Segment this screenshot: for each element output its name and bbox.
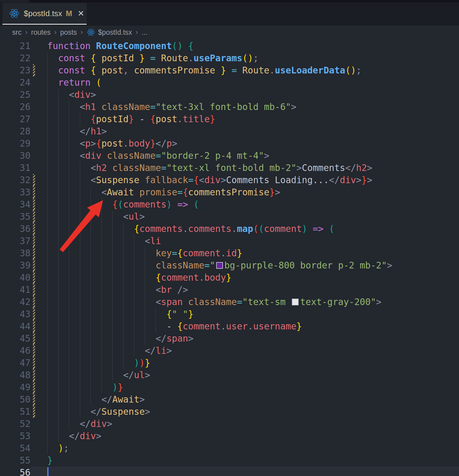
line-number[interactable]: 54 [0, 442, 30, 454]
gutter [30, 76, 47, 89]
code-token: = [150, 53, 156, 63]
code-token: h1 [91, 126, 102, 137]
gutter [30, 89, 47, 101]
indent-guide [58, 150, 59, 162]
code-token: < [91, 163, 96, 173]
code-content: key={comment.id} [47, 247, 459, 259]
line-number[interactable]: 47 [0, 357, 30, 369]
code-token [96, 102, 102, 112]
indent-guide [102, 211, 102, 223]
line-number[interactable]: 33 [0, 186, 30, 198]
code-token: ) [167, 199, 172, 210]
line-number[interactable]: 50 [0, 393, 30, 406]
line-number[interactable]: 42 [0, 296, 30, 308]
line-number[interactable]: 41 [0, 284, 30, 296]
line-number[interactable]: 26 [0, 101, 30, 113]
indent-guide [80, 332, 80, 345]
code-token: } [47, 455, 53, 466]
line-number[interactable]: 38 [0, 247, 30, 259]
line-number[interactable]: 21 [0, 40, 30, 52]
breadcrumb-item-src[interactable]: src [12, 28, 22, 37]
code-token: ( [96, 77, 102, 88]
line-number[interactable]: 51 [0, 406, 30, 418]
modified-gutter-marker [33, 64, 35, 76]
indent-guide [47, 357, 48, 369]
indent-guide [58, 320, 59, 332]
code-token: return [58, 77, 91, 88]
line-number[interactable]: 49 [0, 381, 30, 393]
line-number[interactable]: 35 [0, 211, 30, 223]
line-number[interactable]: 22 [0, 52, 30, 64]
code-content: {postId} - {post.title} [47, 113, 459, 125]
close-icon[interactable]: ✕ [78, 9, 84, 18]
code-token: { [91, 53, 96, 63]
code-line: 52</div> [0, 418, 459, 430]
indent-guide [47, 418, 48, 430]
line-number[interactable]: 23 [0, 64, 30, 76]
modified-gutter-marker [33, 357, 35, 369]
tab-postid-tsx[interactable]: $postId.tsx M ✕ [2, 3, 87, 25]
code-content: </span> [47, 332, 459, 345]
indent-guide [47, 162, 48, 174]
line-number[interactable]: 43 [0, 308, 30, 320]
indent-guide [134, 259, 134, 272]
indent-guide [91, 308, 91, 320]
editor[interactable]: 21function RouteComponent() {22const { p… [0, 40, 459, 476]
code-token: < [80, 138, 85, 149]
indent-guide [47, 89, 48, 101]
breadcrumb-item-file[interactable]: $postId.tsx [98, 28, 132, 37]
line-number[interactable]: 25 [0, 89, 30, 101]
line-number[interactable]: 40 [0, 272, 30, 284]
code-token: ) [177, 41, 183, 51]
code-token: < [123, 211, 129, 222]
line-number[interactable]: 52 [0, 418, 30, 430]
indent-guide [69, 381, 69, 393]
code-token: map [237, 224, 253, 234]
line-number[interactable]: 32 [0, 174, 30, 186]
code-token: > [367, 175, 372, 185]
line-number[interactable]: 28 [0, 125, 30, 137]
code-token: className [107, 151, 156, 161]
code-line: 42<span className="text-sm text-gray-200… [0, 296, 459, 308]
line-number[interactable]: 30 [0, 150, 30, 162]
line-number[interactable]: 29 [0, 137, 30, 150]
line-number[interactable]: 46 [0, 345, 30, 357]
line-number[interactable]: 45 [0, 332, 30, 345]
code-token: </ [80, 419, 91, 429]
color-swatch [216, 262, 223, 269]
code-token [102, 151, 107, 161]
line-number[interactable]: 48 [0, 369, 30, 381]
indent-guide [47, 320, 48, 332]
code-token: commentsPromise [134, 65, 215, 76]
code-token: </ [69, 431, 80, 441]
modified-gutter-marker [33, 235, 35, 247]
indent-guide [58, 137, 59, 150]
breadcrumb-item-symbol[interactable]: ... [142, 28, 147, 37]
line-number[interactable]: 27 [0, 113, 30, 125]
indent-guide [58, 418, 59, 430]
line-number[interactable]: 31 [0, 162, 30, 174]
code-token: const [58, 53, 85, 63]
line-number[interactable]: 44 [0, 320, 30, 332]
code-token: key [156, 248, 172, 258]
code-token: } [221, 65, 226, 76]
code-token: } [139, 53, 145, 63]
gutter [30, 235, 47, 247]
gutter [30, 308, 47, 320]
code-token: </ [345, 163, 356, 173]
vscode-window: $postId.tsx M ✕ src › routes › posts › $… [0, 0, 459, 476]
code-content: <li [47, 235, 459, 247]
line-number[interactable]: 39 [0, 259, 30, 272]
line-number[interactable]: 24 [0, 76, 30, 89]
indent-guide [58, 89, 59, 101]
line-number[interactable]: 53 [0, 430, 30, 442]
line-number[interactable]: 55 [0, 454, 30, 467]
line-number[interactable]: 56 [0, 467, 30, 476]
line-number[interactable]: 37 [0, 235, 30, 247]
breadcrumb-item-posts[interactable]: posts [60, 28, 77, 37]
modified-gutter-marker [33, 345, 35, 357]
breadcrumb-item-routes[interactable]: routes [31, 28, 51, 37]
line-number[interactable]: 36 [0, 223, 30, 235]
text-cursor [47, 467, 48, 476]
line-number[interactable]: 34 [0, 198, 30, 211]
